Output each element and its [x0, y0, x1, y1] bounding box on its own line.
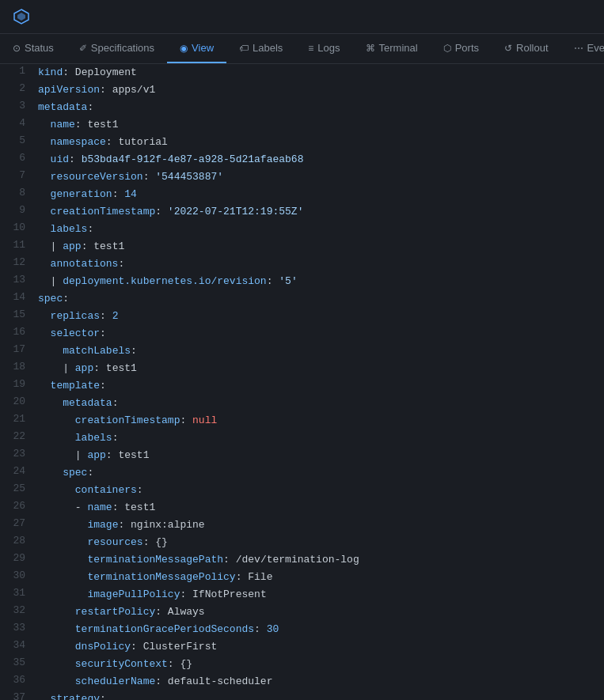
punct-token: : — [143, 536, 156, 548]
table-row: 21 creationTimestamp: null — [0, 412, 604, 429]
punct-token: : — [87, 467, 93, 479]
line-content: uid: b53bda4f-912f-4e87-a928-5d21afaeab6… — [38, 151, 604, 168]
tab-terminal[interactable]: ⌘Terminal — [353, 34, 431, 63]
table-row: 6 uid: b53bda4f-912f-4e87-a928-5d21afaea… — [0, 151, 604, 168]
line-content: namespace: tutorial — [38, 134, 604, 151]
v-str-token: '544453887' — [155, 171, 223, 183]
punct-token: : — [131, 345, 137, 357]
k-token: creationTimestamp — [51, 206, 156, 218]
k-token: name — [87, 501, 112, 513]
k-token: dnsPolicy — [75, 641, 131, 653]
k-token: strategy — [51, 693, 100, 700]
punct-token: : — [100, 380, 106, 392]
status-tab-icon: ⊙ — [13, 43, 21, 54]
punct-token: : — [100, 327, 106, 339]
punct-token: : — [100, 84, 112, 96]
k-token: imagePullPolicy — [87, 588, 180, 600]
line-content: metadata: — [38, 395, 604, 412]
indent-token — [38, 467, 63, 479]
k-token: resourceVersion — [51, 171, 143, 183]
line-number: 16 — [0, 325, 38, 338]
indent-token: | — [38, 275, 63, 287]
tab-ports[interactable]: ⬡Ports — [431, 34, 492, 63]
punct-token: : — [100, 693, 106, 700]
table-row: 37 strategy: — [0, 691, 604, 700]
logs-tab-icon: ≡ — [308, 43, 313, 54]
v-num-token: 2 — [112, 310, 119, 322]
line-number: 26 — [0, 499, 38, 512]
k-token: app — [87, 449, 105, 461]
line-content: generation: 14 — [38, 186, 604, 203]
v-num-token: 14 — [124, 188, 137, 200]
k-token: terminationGracePeriodSeconds — [75, 623, 254, 635]
k-token: restartPolicy — [75, 606, 155, 618]
punct-token: : — [87, 101, 93, 113]
line-content: | deployment.kubernetes.io/revision: '5' — [38, 273, 604, 290]
indent-token — [38, 258, 51, 270]
tab-specifications[interactable]: ✐Specifications — [66, 34, 167, 63]
k-token: template — [51, 380, 100, 392]
indent-token — [38, 397, 63, 409]
punct-token: : — [131, 641, 143, 653]
logs-tab-label: Logs — [317, 42, 340, 54]
table-row: 32 restartPolicy: Always — [0, 604, 604, 621]
k-token: namespace — [51, 136, 106, 148]
line-number: 23 — [0, 447, 38, 460]
tab-view[interactable]: ◉View — [167, 34, 226, 63]
indent-token — [38, 171, 51, 183]
tab-logs[interactable]: ≡Logs — [295, 34, 352, 63]
k-token: schedulerName — [75, 675, 155, 687]
line-number: 24 — [0, 464, 38, 477]
indent-token — [38, 310, 51, 322]
table-row: 30 terminationMessagePolicy: File — [0, 569, 604, 586]
line-number: 21 — [0, 412, 38, 425]
punct-token: : — [118, 519, 131, 531]
v-plain-token: Deployment — [75, 66, 137, 78]
ports-tab-label: Ports — [455, 42, 479, 54]
status-tab-label: Status — [25, 42, 54, 54]
table-row: 4 name: test1 — [0, 116, 604, 134]
line-content: containers: — [38, 482, 604, 499]
line-content: strategy: — [38, 691, 604, 700]
table-row: 9 creationTimestamp: '2022-07-21T12:19:5… — [0, 203, 604, 221]
line-content: selector: — [38, 325, 604, 342]
line-content: spec: — [38, 464, 604, 482]
line-content: | app: test1 — [38, 238, 604, 255]
punct-token: : — [75, 119, 88, 131]
table-row: 24 spec: — [0, 464, 604, 482]
tab-rollout[interactable]: ↺Rollout — [492, 34, 560, 63]
line-number: 5 — [0, 134, 38, 146]
line-content: labels: — [38, 429, 604, 447]
line-number: 10 — [0, 221, 38, 233]
terminal-tab-label: Terminal — [379, 42, 418, 54]
k-token: spec — [63, 467, 87, 479]
indent-token: | — [38, 449, 87, 461]
punct-token: : — [106, 136, 119, 148]
v-plain-token: IfNotPresent — [192, 588, 267, 600]
v-plain-token: ClusterFirst — [143, 641, 218, 653]
line-content: securityContext: {} — [38, 656, 604, 673]
events-tab-label: Events — [587, 42, 605, 54]
line-number: 18 — [0, 360, 38, 373]
punct-token: : — [118, 258, 124, 270]
line-content: creationTimestamp: null — [38, 412, 604, 429]
tab-events[interactable]: ⋯Events — [561, 34, 605, 63]
line-content: terminationGracePeriodSeconds: 30 — [38, 621, 604, 638]
table-row: 7 resourceVersion: '544453887' — [0, 168, 604, 186]
punct-token: : — [267, 275, 279, 287]
indent-token — [38, 484, 75, 496]
v-plain-token: test1 — [87, 119, 118, 131]
specifications-tab-icon: ✐ — [79, 43, 87, 54]
tab-status[interactable]: ⊙Status — [0, 34, 66, 63]
table-row: 27 image: nginx:alpine — [0, 516, 604, 534]
tab-labels[interactable]: 🏷Labels — [226, 34, 295, 63]
indent-token — [38, 206, 51, 218]
dash-token: - — [75, 501, 88, 513]
v-plain-token: /dev/termination-log — [236, 554, 359, 566]
punct-token: : — [63, 293, 69, 305]
view-tab-icon: ◉ — [180, 43, 188, 54]
view-tab-label: View — [192, 42, 214, 54]
punct-token: : — [112, 501, 125, 513]
app-logo — [13, 8, 30, 25]
line-number: 14 — [0, 290, 38, 303]
